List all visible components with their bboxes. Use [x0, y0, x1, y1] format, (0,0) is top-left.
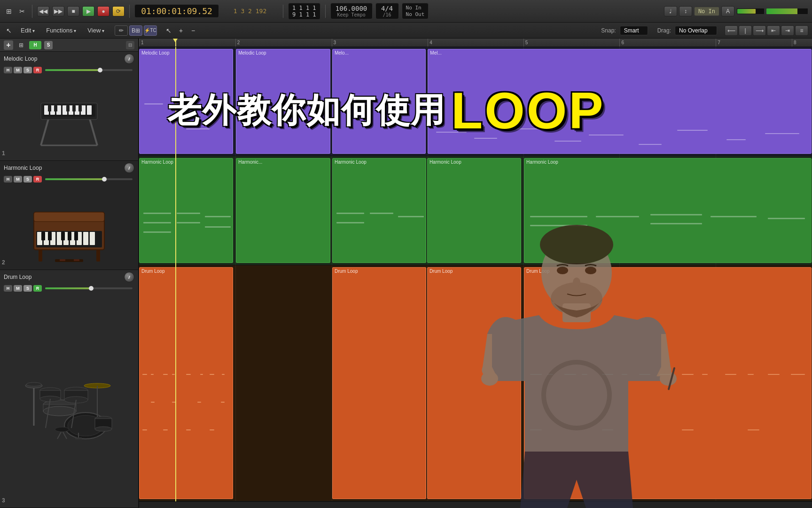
drum-clip-2[interactable]: Drum Loop — [332, 267, 426, 499]
pencil-tool[interactable]: ✏ — [115, 25, 128, 36]
position-bot: 9 1 1 1 — [292, 11, 316, 18]
drum-clip-4-label: Drum Loop — [526, 269, 549, 274]
playhead-triangle — [173, 39, 178, 42]
metronome-button[interactable]: ↕ — [679, 6, 692, 16]
snap-value[interactable]: Smart — [620, 26, 648, 35]
track-3-h-btn[interactable]: H — [4, 285, 12, 292]
add-track-button[interactable]: + — [4, 40, 13, 50]
tempo-display: 106.0000 Keep Tempo — [330, 3, 373, 19]
harmonic-clip-3[interactable]: Harmonic Loop — [332, 158, 426, 263]
sig-sub: /16 — [380, 12, 395, 17]
melodic-clip-3[interactable]: Melo... — [332, 49, 426, 154]
track-1-m-btn[interactable]: M — [14, 67, 22, 73]
align-center-btn[interactable]: | — [739, 25, 752, 36]
timeline-ruler: 1 2 3 4 5 6 7 8 — [139, 39, 812, 47]
zoom-icon[interactable]: + — [176, 25, 186, 36]
scissors-icon[interactable]: ✂ — [17, 6, 27, 16]
align-right-btn[interactable]: ⟶ — [753, 25, 766, 36]
forward-button[interactable]: ▶▶ — [52, 6, 64, 16]
track-2-s-btn[interactable]: S — [23, 176, 32, 183]
master-volume[interactable] — [766, 8, 808, 15]
track-2-header: Harmonic Loop — [0, 161, 138, 175]
track-1-r-btn[interactable]: R — [33, 67, 42, 73]
align-btn4[interactable]: ≡ — [795, 25, 808, 36]
drum-clip-4[interactable]: Drum Loop — [524, 267, 811, 499]
align-btn2[interactable]: ⇤ — [767, 25, 780, 36]
timecode-sub: 1 3 2 192 — [222, 8, 278, 15]
svg-point-60 — [95, 427, 112, 431]
harmonic-clip-2[interactable]: Harmonic... — [236, 158, 330, 263]
track-row-drum: Drum Loop H M S R — [0, 270, 138, 508]
timecode-display: 01:00:01:09.52 — [134, 4, 219, 18]
loop-button[interactable]: ⟳ — [112, 6, 125, 16]
track-icon[interactable]: ⊞ — [16, 40, 26, 50]
track-2-volume[interactable] — [45, 178, 133, 180]
svg-rect-34 — [74, 232, 78, 240]
svg-rect-14 — [54, 105, 57, 111]
minus-icon[interactable]: − — [188, 25, 198, 36]
track-3-s-btn[interactable]: S — [23, 285, 32, 292]
cursor-icon[interactable]: ↖ — [164, 25, 174, 36]
play-button[interactable]: ▶ — [82, 6, 94, 16]
track-1-controls: H M S R — [0, 67, 138, 73]
resize-track-button[interactable]: ⊟ — [126, 41, 134, 49]
bottom-scroll[interactable] — [139, 501, 812, 508]
divider-1 — [32, 5, 32, 18]
track-3-m-btn[interactable]: M — [14, 285, 22, 292]
track-1-number: 1 — [2, 150, 5, 157]
rewind-button[interactable]: ◀◀ — [37, 6, 49, 16]
master-button[interactable]: A — [721, 6, 734, 16]
pointer-tool[interactable]: ↖ — [4, 25, 14, 36]
h-button[interactable]: H — [29, 41, 41, 49]
ruler-bar-4: 4 — [428, 39, 432, 47]
track-2-knob[interactable] — [124, 163, 134, 173]
tuner-button[interactable]: ♩ — [664, 6, 677, 16]
harmonic-clip-5[interactable]: Harmonic Loop — [524, 158, 811, 263]
no-in-label: No In — [406, 5, 422, 11]
harmonic-clip-1[interactable]: Harmonic Loop — [139, 158, 233, 263]
marquee-tool[interactable]: B⊞ — [129, 25, 142, 36]
drum-clip-3[interactable]: Drum Loop — [427, 267, 521, 499]
view-menu[interactable]: View — [83, 25, 109, 35]
drum-instrument-icon — [24, 360, 114, 440]
track-2-m-btn[interactable]: M — [14, 176, 22, 183]
track-1-knob[interactable] — [124, 54, 134, 64]
track-2-instrument: 2 — [0, 183, 138, 270]
harmonic-clip-4[interactable]: Harmonic Loop — [427, 158, 521, 263]
time-signature: 4/4 /16 — [375, 3, 399, 19]
harmonic-clip-1-label: Harmonic Loop — [141, 159, 173, 165]
functions-menu[interactable]: Functions — [41, 25, 81, 35]
track-1-s-btn[interactable]: S — [23, 67, 32, 73]
divider-3 — [283, 5, 283, 18]
align-btn3[interactable]: ⇥ — [781, 25, 794, 36]
edit-menu[interactable]: Edit — [16, 25, 39, 35]
track-list: + ⊞ H S ⊟ Melodic Loop H M S R — [0, 39, 139, 508]
svg-rect-36 — [96, 250, 100, 262]
drum-clip-1[interactable]: Drum Loop — [139, 267, 233, 499]
align-left-btn[interactable]: ⟵ — [725, 25, 738, 36]
track-3-r-btn[interactable]: R — [33, 285, 42, 292]
melodic-clip-2-label: Melodic Loop — [238, 50, 266, 56]
track-2-number: 2 — [2, 259, 5, 266]
main-content: + ⊞ H S ⊟ Melodic Loop H M S R — [0, 39, 812, 508]
drum-clip-2-label: Drum Loop — [335, 269, 358, 274]
sample-rate-display: No In — [694, 7, 719, 16]
track-3-knob[interactable] — [124, 272, 134, 282]
configure-icon[interactable]: ⊞ — [4, 6, 14, 16]
s-button[interactable]: S — [44, 41, 53, 49]
track-2-r-btn[interactable]: R — [33, 176, 42, 183]
track-2-h-btn[interactable]: H — [4, 176, 12, 183]
record-button[interactable]: ● — [97, 6, 109, 16]
track-1-h-btn[interactable]: H — [4, 67, 12, 73]
melodic-clip-1[interactable]: Melodic Loop — [139, 49, 233, 154]
sig-main: 4/4 — [380, 5, 395, 12]
svg-rect-13 — [48, 105, 51, 111]
position-top: 1 1 1 1 — [292, 5, 316, 11]
midi-tool[interactable]: ⚡TC — [144, 25, 157, 36]
melodic-clip-2[interactable]: Melodic Loop — [236, 49, 330, 154]
stop-button[interactable]: ■ — [67, 6, 79, 16]
melodic-clip-4[interactable]: Mel... — [428, 49, 811, 154]
track-1-volume[interactable] — [45, 69, 133, 71]
track-3-volume[interactable] — [45, 287, 133, 289]
drag-value[interactable]: No Overlap — [675, 26, 717, 35]
